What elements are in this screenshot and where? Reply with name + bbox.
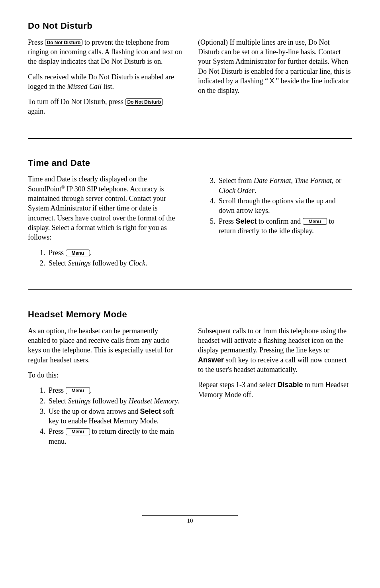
hm-col-left: As an option, the headset can be permane… [28,326,182,452]
list-item: Scroll through the options via the up an… [217,196,352,216]
text: . [90,386,92,394]
text: Press [49,249,66,257]
section-time-and-date: Time and Date Time and Date is clearly d… [28,157,352,273]
dnd-p4: (Optional) If multiple lines are in use,… [198,37,352,96]
heading-dnd: Do Not Disturb [28,20,352,32]
text: Select from [219,177,254,185]
text: list. [102,83,114,90]
section-divider [28,289,352,290]
text-em: Settings [68,397,90,405]
flashing-x-glyph: X [270,77,274,85]
td-col-right: Select from Date Format, Time Format, or… [198,174,352,273]
text: Select [49,397,68,405]
dnd-col-left: Press Do Not Disturb to prevent the tele… [28,37,182,122]
text: Select [49,259,68,267]
text-em: Date Format, Time Format, [254,177,334,185]
text: Subsequent calls to or from this telepho… [198,327,347,354]
list-item: Select Settings followed by Headset Memo… [47,396,182,406]
softkey-disable: Disable [277,381,303,389]
list-item: Select Settings followed by Clock. [47,258,182,268]
dnd-p1: Press Do Not Disturb to prevent the tele… [28,37,182,67]
td-list-left: Press Menu. Select Settings followed by … [28,248,182,268]
hm-p3: Subsequent calls to or from this telepho… [198,326,352,374]
key-do-not-disturb: Do Not Disturb [125,98,163,105]
text: . [178,397,180,405]
hm-columns: As an option, the headset can be permane… [28,326,352,452]
text: . [90,249,92,257]
text: Repeat steps 1-3 and select [198,381,277,389]
page-footer: 10 [28,515,352,525]
hm-p1: As an option, the headset can be permane… [28,326,182,365]
key-menu: Menu [66,387,90,394]
dnd-columns: Press Do Not Disturb to prevent the tele… [28,37,352,122]
text-em: Settings [68,259,90,267]
key-do-not-disturb: Do Not Disturb [45,39,83,46]
hm-col-right: Subsequent calls to or from this telepho… [198,326,352,452]
text-em: Headset Memory [129,397,178,405]
td-col-left: Time and Date is clearly displayed on th… [28,174,182,273]
list-item: Press Menu to return directly to the mai… [47,427,182,446]
footer-rule [142,515,238,516]
dnd-col-right: (Optional) If multiple lines are in use,… [198,37,352,122]
text: Press [49,386,66,394]
text-em: Clock Order [219,187,255,195]
list-item: Select from Date Format, Time Format, or… [217,176,352,195]
key-menu: Menu [303,218,327,225]
softkey-answer: Answer [198,356,224,364]
text: Press [49,427,66,435]
list-item: Press Menu. [47,385,182,395]
hm-p4: Repeat steps 1-3 and select Disable to t… [198,380,352,399]
softkey-select: Select [236,217,257,225]
heading-td: Time and Date [28,157,352,169]
hm-p2: To do this: [28,370,182,380]
hm-list: Press Menu. Select Settings followed by … [28,385,182,446]
text: to confirm and [257,217,303,225]
text: Scroll through the options via the up an… [219,197,335,214]
td-p1: Time and Date is clearly displayed on th… [28,174,182,242]
page-number: 10 [28,517,352,525]
dnd-p2: Calls received while Do Not Disturb is e… [28,72,182,92]
heading-hm: Headset Memory Mode [28,309,352,321]
text: or [333,177,341,185]
key-menu: Menu [66,250,90,256]
text: To turn off Do Not Disturb, press [28,98,125,106]
text: IP 300 SIP telephone. Accuracy is mainta… [28,185,175,241]
text: Press [219,217,236,225]
td-list-right: Select from Date Format, Time Format, or… [198,176,352,236]
list-item: Use the up or down arrows and Select sof… [47,407,182,426]
key-menu: Menu [66,428,90,435]
text: Press [28,38,45,46]
section-divider [28,138,352,139]
text: followed by [90,397,128,405]
text-em: Clock [129,259,145,267]
list-item: Press Menu. [47,248,182,258]
list-item: Press Select to confirm and Menu to retu… [217,216,352,236]
section-headset-memory: Headset Memory Mode As an option, the he… [28,309,352,452]
text: again. [28,107,45,115]
softkey-select: Select [140,407,161,415]
section-do-not-disturb: Do Not Disturb Press Do Not Disturb to p… [28,20,352,122]
text: Use the up or down arrows and [49,407,140,415]
td-columns: Time and Date is clearly displayed on th… [28,174,352,273]
text: . [145,259,147,267]
dnd-p3: To turn off Do Not Disturb, press Do Not… [28,97,182,116]
text-em: Missed Call [67,83,102,90]
text: followed by [90,259,128,267]
text: . [255,187,257,195]
